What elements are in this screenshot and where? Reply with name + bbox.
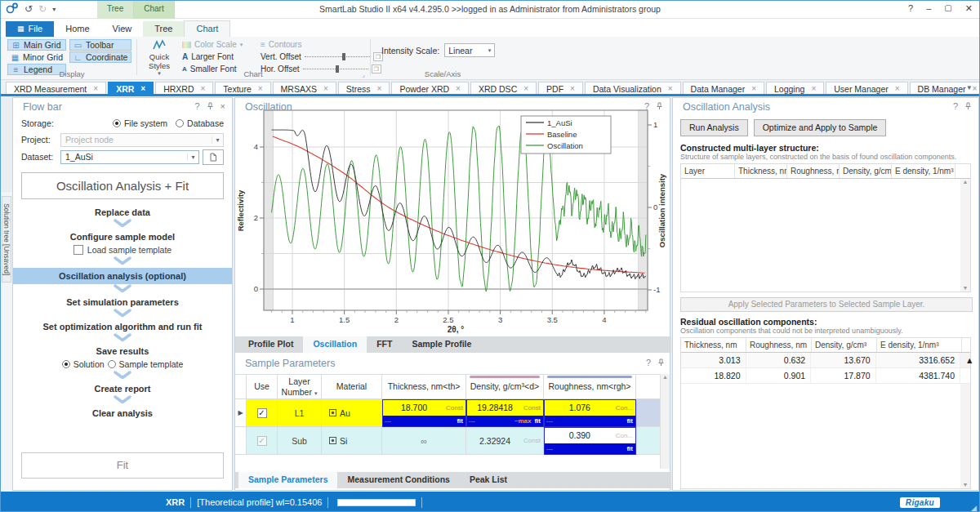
ribbon-group-chart: Quick Styles▾ Color Scale▾ A Larger Font…: [140, 37, 367, 79]
close-tab-icon[interactable]: ×: [811, 84, 816, 93]
close-tab-icon[interactable]: ×: [323, 84, 328, 93]
flow-step-create-report[interactable]: Create report: [13, 382, 232, 395]
pin-icon[interactable]: [964, 102, 972, 110]
residual-components-table[interactable]: Thickness, nmRoughness, nmDensity, g/cm³…: [680, 337, 971, 489]
flow-step-set-simulation-parameters[interactable]: Set simulation parameters: [13, 296, 232, 309]
ribbon-tab-home[interactable]: Home: [54, 21, 100, 37]
ribbon-tab-file[interactable]: ▦File: [6, 21, 54, 37]
undo-icon[interactable]: ↺: [24, 3, 33, 15]
close-tab-icon[interactable]: ×: [668, 84, 673, 93]
flow-step-clear-analysis[interactable]: Clear analysis: [13, 407, 232, 420]
flow-step-save-results[interactable]: Save results: [13, 345, 232, 358]
flow-step-configure-sample-model[interactable]: Configure sample model: [13, 230, 232, 243]
minimize-button[interactable]: –: [926, 3, 931, 14]
table-scrollbar[interactable]: ▲▼: [960, 179, 970, 292]
table-scrollbar[interactable]: ▲: [660, 374, 670, 469]
flow-step-set-optimization-algorithm-and-run-fit[interactable]: Set optimization algorithm and run fit: [13, 320, 232, 333]
bottom-tab-measurement-conditions[interactable]: Measurement Conditions: [337, 472, 459, 488]
close-tab-icon[interactable]: ×: [523, 84, 528, 93]
save-radio-sample-template[interactable]: Sample template: [108, 359, 184, 369]
help-icon[interactable]: ?: [953, 101, 958, 111]
bottom-tab-peak-list[interactable]: Peak List: [460, 472, 517, 488]
close-tab-icon[interactable]: ×: [751, 84, 756, 93]
residual-row[interactable]: 3.0130.63213.6703316.652▲: [681, 353, 970, 368]
use-checkbox[interactable]: ✓: [257, 436, 267, 446]
fit-button[interactable]: Fit: [21, 452, 224, 479]
close-tab-icon[interactable]: ×: [200, 84, 205, 93]
close-tab-icon[interactable]: ×: [570, 84, 575, 93]
svg-text:3.5: 3.5: [547, 315, 558, 324]
help-icon[interactable]: ?: [194, 101, 199, 111]
contextual-tab-tree[interactable]: Tree: [97, 1, 134, 19]
save-radio-solution[interactable]: Solution: [62, 359, 105, 369]
sample-layer-row[interactable]: ✓Sub Si∞2.32924Const0.390Con...---fit: [235, 427, 671, 455]
parameter-cell[interactable]: 18.700Const---fit: [382, 399, 466, 427]
larger-font-button[interactable]: A Larger Font: [182, 51, 243, 62]
parameter-cell[interactable]: 1.076Con...---fit: [544, 399, 636, 427]
use-checkbox[interactable]: ✓: [257, 408, 267, 418]
parameter-cell[interactable]: 0.390Con...---fit: [544, 427, 636, 455]
dialog-launcher-icon[interactable]: ⌟: [362, 71, 365, 78]
bottom-tab-sample-parameters[interactable]: Sample Parameters: [238, 472, 337, 488]
contours-button[interactable]: ≡ Contours: [261, 39, 383, 50]
toolbar-toggle[interactable]: ▭Toolbar: [69, 39, 131, 51]
pin-icon[interactable]: [207, 102, 214, 110]
chart-tab-fft[interactable]: FFT: [367, 336, 402, 353]
dataset-browse-button[interactable]: [203, 149, 224, 165]
redo-icon[interactable]: ↻: [38, 3, 47, 15]
apply-parameters-button[interactable]: Apply Selected Parameters to Selected Sa…: [680, 297, 973, 312]
close-button[interactable]: ✕: [965, 3, 973, 14]
ribbon: ⊞Main Grid▦Minor Grid≡Legend ▭Toolbar∟Co…: [1, 37, 979, 80]
chevron-down-icon: [13, 309, 232, 320]
close-tab-icon[interactable]: ×: [895, 84, 900, 93]
load-sample-template-option[interactable]: Load sample template: [13, 243, 232, 256]
dataset-combo[interactable]: 1_AuSi▾: [60, 150, 199, 164]
storage-radio-file-system[interactable]: File system: [113, 118, 167, 128]
color-scale-button[interactable]: Color Scale▾: [182, 39, 243, 50]
main-grid-toggle[interactable]: ⊞Main Grid: [7, 39, 66, 51]
ribbon-tab-tree[interactable]: Tree: [143, 21, 184, 37]
flow-step-replace-data[interactable]: Replace data: [13, 206, 232, 219]
tab-list-dropdown-icon[interactable]: ▾: [967, 83, 971, 91]
run-analysis-button[interactable]: Run Analysis: [680, 119, 748, 136]
pin-icon[interactable]: [657, 358, 665, 367]
flow-step-oscillation-analysis-optional-[interactable]: Oscillation analysis (optional): [13, 268, 232, 284]
chart-tab-profile-plot[interactable]: Profile Plot: [238, 336, 303, 353]
intensity-scale-select[interactable]: Linear ▾: [444, 43, 495, 57]
close-tab-icon[interactable]: ×: [140, 84, 145, 93]
residual-row[interactable]: 18.8200.90117.8704381.740: [681, 368, 970, 384]
storage-radio-database[interactable]: Database: [176, 118, 224, 128]
sample-layer-row[interactable]: ▶✓L1 Au18.700Const---fit19.28418Const---…: [235, 399, 671, 427]
table-scrollbar[interactable]: ▼: [960, 384, 970, 488]
close-icon[interactable]: ×: [220, 101, 225, 111]
close-tab-icon[interactable]: ×: [973, 84, 978, 93]
checkbox-icon[interactable]: [74, 245, 83, 255]
oscillation-analysis-fit-button[interactable]: Oscillation Analysis + Fit: [21, 172, 224, 199]
close-tab-icon[interactable]: ×: [258, 84, 263, 93]
help-icon[interactable]: ?: [646, 358, 651, 367]
ribbon-tab-chart[interactable]: Chart: [184, 20, 230, 37]
close-tab-icon[interactable]: ×: [456, 84, 461, 93]
ribbon-tab-view[interactable]: View: [101, 21, 144, 37]
oscillation-chart[interactable]: 11.522.533.5402410-12θ, °ReflectivityOsc…: [235, 109, 671, 336]
solution-tree-tab[interactable]: Solution tree [Unsaved]: [2, 196, 11, 283]
constructed-structure-table[interactable]: LayerThickness, nmRoughness, nmDensity, …: [680, 163, 971, 292]
vert-offset-slider[interactable]: [305, 53, 370, 60]
column-header: Roughness, nm: [746, 338, 812, 352]
parameter-cell[interactable]: 19.28418Const---~maxfit: [466, 399, 544, 427]
close-tab-icon[interactable]: ×: [93, 84, 98, 93]
qat-dropdown-icon[interactable]: ▾: [52, 6, 56, 13]
table-scrollbar[interactable]: ▲: [960, 353, 970, 367]
maximize-button[interactable]: ▢: [944, 3, 951, 14]
help-button[interactable]: ?: [908, 3, 913, 14]
optimize-apply-button[interactable]: Optimize and Apply to Sample: [754, 119, 887, 136]
project-combo[interactable]: Project node▾: [60, 133, 224, 147]
resize-grip[interactable]: ◢: [971, 504, 977, 512]
close-tab-icon[interactable]: ×: [377, 84, 382, 93]
chart-tab-sample-profile[interactable]: Sample Profile: [402, 336, 481, 353]
contextual-tab-chart[interactable]: Chart: [134, 1, 174, 19]
chart-tab-oscillation[interactable]: Oscillation: [303, 336, 367, 353]
sample-parameters-table[interactable]: UseLayerNumber ▾MaterialThickness, nm<th…: [235, 374, 671, 469]
minor-grid-toggle[interactable]: ▦Minor Grid: [7, 51, 66, 63]
coordinate-toggle[interactable]: ∟Coordinate: [69, 51, 131, 63]
